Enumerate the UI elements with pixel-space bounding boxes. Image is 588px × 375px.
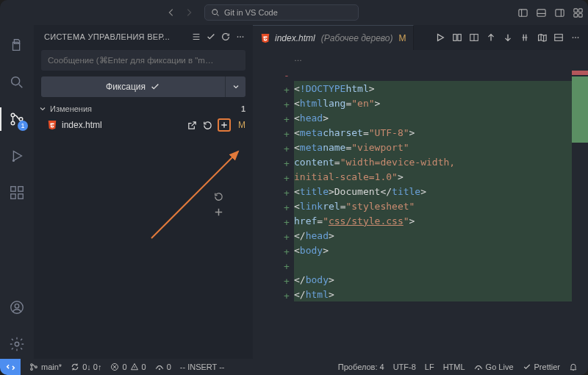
code-line[interactable]: <html lang="en"> — [294, 96, 572, 110]
status-problems[interactable]: 0 0 — [106, 362, 150, 371]
minimap[interactable] — [572, 66, 588, 359]
editor-tab[interactable]: index.html (Рабочее дерево) M — [253, 25, 414, 50]
status-prettier[interactable]: Prettier — [518, 362, 564, 371]
activity-explorer[interactable] — [0, 31, 34, 60]
commit-button[interactable]: Фиксация — [41, 76, 225, 97]
breadcrumb[interactable]: … — [253, 50, 588, 66]
code-line[interactable]: href="css/style.css"> — [294, 213, 572, 228]
status-go-live[interactable]: Go Live — [470, 362, 518, 371]
layout-sidebar-left-icon[interactable] — [517, 7, 528, 18]
activity-accounts[interactable] — [0, 293, 34, 322]
diff-inline-icon[interactable] — [553, 32, 564, 43]
scm-more-icon[interactable] — [235, 32, 245, 42]
svg-point-30 — [578, 37, 579, 38]
layout-sidebar-right-icon[interactable] — [554, 7, 565, 18]
code-line[interactable]: <!DOCTYPE html> — [294, 81, 572, 96]
svg-point-8 — [12, 77, 20, 85]
svg-rect-15 — [18, 194, 23, 199]
svg-rect-14 — [11, 194, 15, 199]
html5-icon — [260, 33, 270, 43]
status-language[interactable]: HTML — [439, 362, 470, 371]
svg-rect-7 — [578, 13, 582, 17]
status-spaces[interactable]: Пробелов: 4 — [334, 362, 389, 371]
scm-panel-header: СИСТЕМА УПРАВЛЕНИЯ ВЕР... — [34, 25, 253, 49]
code-line[interactable]: <title>Document</title> — [294, 184, 572, 199]
arrow-down-icon[interactable] — [503, 32, 513, 43]
code-line[interactable]: <body> — [294, 243, 572, 257]
layout-icon[interactable] — [469, 32, 479, 43]
stage-plus-icon[interactable] — [213, 207, 224, 218]
title-bar: Git in VS Code — [0, 0, 588, 25]
svg-point-18 — [15, 304, 19, 308]
status-encoding[interactable]: UTF-8 — [389, 362, 420, 371]
diff-swap-icon[interactable] — [452, 32, 462, 43]
activity-search[interactable] — [0, 68, 34, 97]
activity-source-control[interactable]: 1 — [0, 104, 34, 134]
layout-customize-icon[interactable] — [573, 7, 584, 18]
html5-icon — [47, 120, 57, 130]
activity-extensions[interactable] — [0, 178, 34, 207]
changed-file-name: index.html — [62, 120, 182, 130]
status-branch[interactable]: main* — [25, 362, 66, 371]
status-bar: main* 0↓ 0↑ 0 0 0 -- INSERT -- Пробелов:… — [0, 359, 588, 375]
changed-file-row[interactable]: index.html M — [34, 116, 253, 134]
minimap-addition — [572, 76, 588, 143]
diff-gutter: -+++++++++++++++ — [279, 66, 294, 359]
annotation-arrow — [137, 143, 269, 246]
svg-point-12 — [13, 160, 15, 162]
tab-status: M — [398, 33, 406, 43]
tab-filename: index.html — [275, 33, 315, 43]
scm-badge: 1 — [18, 121, 28, 131]
commit-button-menu[interactable] — [225, 76, 245, 97]
whitespace-icon[interactable] — [520, 32, 530, 43]
refresh-icon[interactable] — [220, 32, 231, 42]
nav-forward-icon[interactable] — [184, 7, 194, 18]
code-area[interactable]: <!DOCTYPE html><html lang="en"><head> <m… — [294, 66, 572, 359]
commit-message-input[interactable]: Сообщение (⌘Enter для фиксации в "m… — [41, 50, 245, 71]
svg-rect-4 — [574, 8, 578, 12]
code-line[interactable]: content="width=device-width, — [294, 154, 572, 169]
status-sync[interactable]: 0↓ 0↑ — [66, 362, 106, 371]
open-file-icon[interactable] — [187, 120, 198, 131]
svg-point-9 — [11, 113, 15, 117]
svg-rect-1 — [519, 9, 527, 15]
discard-changes-icon[interactable] — [202, 120, 213, 131]
map-icon[interactable] — [537, 32, 547, 43]
minimap-deletion — [572, 71, 588, 75]
command-center[interactable]: Git in VS Code — [204, 4, 359, 21]
arrow-up-icon[interactable] — [486, 32, 496, 43]
activity-run-debug[interactable] — [0, 141, 34, 171]
diff-editor[interactable]: -+++++++++++++++ <!DOCTYPE html><html la… — [253, 66, 588, 359]
status-notifications-icon[interactable] — [564, 362, 582, 371]
code-line[interactable]: <meta charset="UTF-8"> — [294, 125, 572, 140]
view-as-tree-icon[interactable] — [191, 32, 201, 42]
activity-settings[interactable] — [0, 329, 34, 359]
status-eol[interactable]: LF — [420, 362, 439, 371]
layout-panel-icon[interactable] — [536, 7, 547, 18]
svg-rect-16 — [18, 187, 23, 191]
search-icon — [211, 8, 220, 17]
code-line[interactable]: </head> — [294, 228, 572, 243]
code-line[interactable]: <meta name="viewport" — [294, 140, 572, 154]
check-icon — [150, 82, 160, 92]
editor-more-icon[interactable] — [570, 32, 581, 43]
svg-rect-25 — [458, 35, 461, 41]
code-line[interactable] — [294, 257, 572, 272]
editor-group: index.html (Рабочее дерево) M … — [253, 25, 588, 359]
remote-indicator[interactable] — [0, 359, 21, 375]
svg-rect-2 — [537, 9, 545, 15]
code-line[interactable]: <link rel="stylesheet" — [294, 199, 572, 213]
code-line[interactable] — [294, 66, 572, 81]
nav-back-icon[interactable] — [166, 7, 176, 18]
code-line[interactable]: </body> — [294, 272, 572, 287]
revert-icon[interactable] — [213, 191, 224, 202]
run-icon[interactable] — [435, 32, 445, 43]
changes-section-header[interactable]: Изменения 1 — [34, 101, 253, 116]
svg-point-28 — [573, 37, 574, 38]
code-line[interactable]: <head> — [294, 110, 572, 125]
status-ports[interactable]: 0 — [151, 362, 176, 371]
stage-changes-button[interactable] — [218, 118, 231, 132]
code-line[interactable]: </html> — [294, 287, 572, 301]
code-line[interactable]: initial-scale=1.0"> — [294, 169, 572, 184]
commit-check-icon[interactable] — [206, 32, 216, 42]
